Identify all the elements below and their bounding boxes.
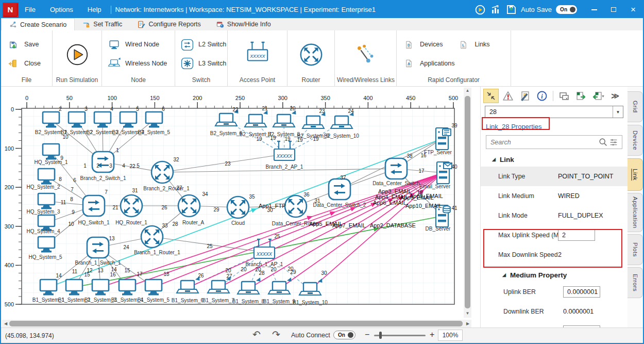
- node-branch-2-switch-1[interactable]: [92, 152, 114, 172]
- run-simulation-quick-button[interactable]: [472, 3, 488, 17]
- scroll-up-icon[interactable]: ▲: [464, 88, 471, 93]
- svg-text:400: 400: [5, 262, 14, 268]
- applications-button[interactable]: AApplications: [402, 56, 454, 70]
- scroll-right-icon[interactable]: ▶: [464, 321, 471, 326]
- menu-help[interactable]: Help: [80, 6, 109, 13]
- l2-switch-button[interactable]: L2 Switch: [180, 38, 222, 52]
- cascade-windows-button[interactable]: [557, 89, 571, 103]
- node-branch-2-router-1[interactable]: [151, 161, 173, 183]
- vertical-scroll-thumb[interactable]: [465, 96, 470, 308]
- info-button[interactable]: i: [535, 89, 549, 103]
- topology-canvas[interactable]: 0501001502002503003504004505000100200300…: [1, 87, 480, 330]
- canvas-horizontal-scrollbar[interactable]: ◀ ▶: [2, 320, 471, 327]
- node-cloud[interactable]: [227, 196, 249, 218]
- menu-file[interactable]: File: [18, 6, 43, 13]
- zoom-out-button[interactable]: −: [365, 330, 369, 339]
- applications-icon: A: [402, 56, 416, 70]
- link-id-label: 5: [136, 106, 139, 112]
- section-header-medium-property[interactable]: ◢Medium Property: [481, 268, 628, 282]
- tab-show-hide-info[interactable]: Show/Hide Info: [209, 18, 279, 30]
- svg-text:400: 400: [363, 95, 372, 101]
- property-input[interactable]: 0.0000001: [563, 286, 600, 298]
- canvas-area: 0501001502002503003504004505000100200300…: [1, 87, 480, 330]
- node-label: Data_Center_Switch_2: [313, 202, 366, 208]
- tab-create-scenario[interactable]: Create Scenario: [1, 18, 75, 30]
- section-header-link[interactable]: ◢Link: [481, 152, 628, 167]
- properties-panel: i▼≫ 28 ▼ Link_28 Properties ◢LinkLink Ty…: [480, 87, 628, 330]
- titlebar-separator: [111, 6, 111, 14]
- metrics-button[interactable]: [488, 3, 503, 17]
- devices-button[interactable]: DDevices: [402, 38, 454, 52]
- redo-icon[interactable]: ↷: [272, 329, 280, 340]
- minimize-button[interactable]: [584, 3, 604, 17]
- toolbar-item-label: Links: [474, 41, 489, 48]
- application-label: App6_EMAIL: [373, 200, 406, 206]
- tab-label: Show/Hide Info: [227, 21, 271, 28]
- create-scenario-icon: [9, 21, 17, 28]
- node-branch-1-switch-1[interactable]: [87, 237, 109, 258]
- node-hq-switch-1[interactable]: [83, 195, 105, 216]
- scroll-left-icon[interactable]: ◀: [2, 321, 9, 326]
- edit-notes-icon: [519, 90, 531, 102]
- wired-node-button[interactable]: Wired Node: [107, 38, 170, 52]
- search-icon[interactable]: [598, 137, 608, 148]
- zoom-slider-thumb[interactable]: [379, 332, 382, 339]
- links-button[interactable]: LLinks: [456, 38, 505, 52]
- canvas-vertical-scrollbar[interactable]: ▲ ▼: [464, 88, 471, 318]
- side-tab-link[interactable]: Link: [628, 158, 643, 191]
- maximize-button[interactable]: [604, 3, 623, 17]
- warning-button[interactable]: [501, 89, 515, 103]
- link-id-label: 1: [83, 163, 87, 169]
- node-ftp-server[interactable]: [436, 128, 451, 150]
- property-label: Max Uplink Speed (Mb...: [481, 232, 558, 239]
- tab-configure-reports[interactable]: Configure Reports: [130, 18, 208, 30]
- tab-set-traffic[interactable]: Set Traffic: [75, 18, 130, 30]
- node-hq-router-1[interactable]: [121, 195, 142, 217]
- l3-switch-button[interactable]: L3 Switch: [180, 56, 222, 70]
- zoom-slider-track[interactable]: [374, 335, 426, 336]
- node-data-center-switch-2[interactable]: [329, 179, 350, 200]
- run-simulation-button[interactable]: [64, 41, 90, 67]
- node-data-center-router[interactable]: [285, 195, 307, 217]
- undo-icon[interactable]: ↶: [252, 329, 261, 340]
- menu-options[interactable]: Options: [43, 6, 80, 13]
- side-tab-errors[interactable]: Errors: [628, 267, 643, 298]
- link-id-label: 11: [72, 269, 78, 274]
- router-button[interactable]: [298, 41, 324, 67]
- zoom-in-button[interactable]: +: [430, 330, 434, 339]
- device-id-dropdown[interactable]: 28 ▼: [485, 106, 623, 118]
- auto-save-toggle[interactable]: On: [556, 5, 577, 14]
- chevron-down-icon[interactable]: ▼: [613, 106, 623, 118]
- side-tab-plots[interactable]: Plots: [628, 234, 643, 265]
- expander-icon: ◢: [502, 272, 506, 277]
- side-tab-device[interactable]: Device: [628, 125, 643, 156]
- save-button[interactable]: Save: [6, 38, 47, 52]
- side-tab-application[interactable]: Application: [628, 193, 643, 232]
- node-data-center-switch[interactable]: [385, 158, 407, 179]
- node-router-a[interactable]: [178, 195, 200, 217]
- more-button[interactable]: ≫: [608, 89, 622, 103]
- link-id-label: 29: [213, 207, 219, 212]
- filter-icon[interactable]: [608, 137, 619, 148]
- close-button[interactable]: Close: [6, 56, 47, 70]
- scroll-down-icon[interactable]: ▼: [464, 311, 471, 316]
- save-quick-button[interactable]: [503, 3, 519, 17]
- horizontal-scroll-thumb[interactable]: [9, 321, 463, 326]
- node-label: HQ_Router_1: [115, 220, 147, 225]
- close-button[interactable]: ×: [623, 3, 643, 17]
- excel-export-button[interactable]: [574, 89, 588, 103]
- wired-wireless-links-button[interactable]: [353, 41, 379, 67]
- auto-connect-toggle[interactable]: On: [333, 331, 355, 339]
- node-label: DB_Server: [426, 226, 451, 232]
- wireless-node-button[interactable]: Wireless Node: [107, 56, 170, 70]
- fit-view-button[interactable]: [484, 89, 498, 103]
- access-point-button[interactable]: xxxxx: [245, 41, 270, 67]
- node-branch-1-router-1[interactable]: [141, 226, 163, 248]
- excel-import-button[interactable]: ▼: [591, 89, 605, 103]
- property-input[interactable]: 2: [558, 230, 595, 241]
- link-id-label: 35: [249, 194, 255, 200]
- edit-notes-button[interactable]: [518, 89, 532, 103]
- side-tab-grid[interactable]: Grid: [628, 91, 643, 122]
- node-email-server[interactable]: [437, 162, 452, 184]
- search-input[interactable]: [486, 139, 598, 146]
